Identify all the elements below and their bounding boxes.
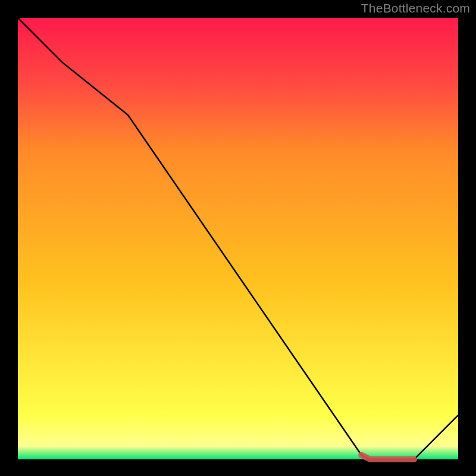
watermark-text: TheBottleneck.com [361, 1, 470, 15]
chart-container: TheBottleneck.com [0, 0, 476, 476]
plot-background [18, 18, 458, 459]
plot-svg [0, 0, 476, 476]
